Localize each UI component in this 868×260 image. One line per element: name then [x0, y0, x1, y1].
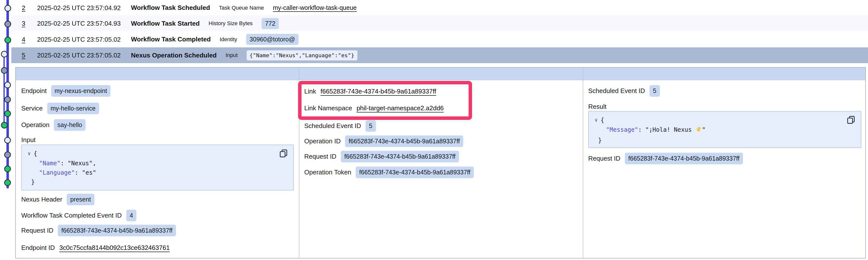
json-line: ∨{ — [595, 115, 861, 125]
event-name: Workflow Task Scheduled — [131, 4, 210, 11]
event-node-scheduled-icon — [1, 51, 8, 58]
event-node-scheduled-icon — [4, 82, 11, 88]
scheduled-event-id-badge: 5 — [366, 120, 376, 132]
event-detail-label: Input — [226, 52, 238, 59]
nexus-header-badge: present — [67, 194, 94, 205]
event-name: Workflow Task Completed — [131, 36, 211, 43]
event-id-link[interactable]: 2 — [22, 4, 25, 11]
workflow-event-history-screen: 2 2025-02-25 UTC 23:57:04.92 Workflow Ta… — [0, 0, 868, 260]
field-row-service: Service my-hello-service — [21, 102, 99, 114]
input-section-label: Input — [21, 134, 36, 146]
scheduled-event-id-badge: 5 — [650, 85, 660, 97]
event-detail-label: Task Queue Name — [219, 5, 264, 11]
field-label: Result — [588, 103, 607, 111]
field-row-scheduled-event-id: Scheduled Event ID 5 — [588, 85, 660, 97]
operation-id-badge: f665283f-743e-4374-b45b-9a61a89337ff — [345, 136, 463, 147]
request-id-badge: f665283f-743e-4374-b45b-9a61a89337ff — [341, 151, 459, 162]
field-row-nexus-header: Nexus Header present — [21, 193, 94, 205]
field-row-request-id: Request ID f665283f-743e-4374-b45b-9a61a… — [304, 150, 459, 162]
json-line: "Language": "es" — [28, 168, 293, 177]
input-json-viewer: ∨{ "Name": "Nexus", "Language": "es" } — [21, 145, 294, 190]
event-node-completed-icon — [4, 110, 11, 117]
field-label: Request ID — [21, 227, 53, 234]
endpoint-id-link[interactable]: 3c0c75ccfa8144b092c13ce632463761 — [59, 244, 170, 252]
field-label: Operation ID — [304, 138, 341, 145]
field-row-operation-token: Operation Token f665283f-743e-4374-b45b-… — [304, 166, 474, 178]
event-detail-panels: 5 Nexus Operation Scheduled 2025-02-25 U… — [15, 67, 866, 259]
workflow-link[interactable]: f665283f-743e-4374-b45b-9a61a89337ff — [320, 87, 436, 95]
field-label: Scheduled Event ID — [588, 87, 645, 95]
field-label: Link — [304, 87, 316, 95]
event-timestamp: 2025-02-25 UTC 23:57:05.02 — [37, 36, 121, 43]
copy-icon[interactable] — [846, 115, 856, 125]
event-node-started-icon — [1, 67, 8, 74]
field-row-wft-completed-event-id: Workflow Task Completed Event ID 4 — [21, 210, 136, 221]
history-row-event-3[interactable]: 3 2025-02-25 UTC 23:57:04.93 Workflow Ta… — [11, 15, 868, 31]
history-row-event-4[interactable]: 4 2025-02-25 UTC 23:57:05.02 Workflow Ta… — [11, 31, 868, 47]
event-node-started-icon — [4, 21, 11, 27]
json-line: "Name": "Nexus", — [28, 159, 293, 168]
field-row-operation-id: Operation ID f665283f-743e-4374-b45b-9a6… — [304, 135, 463, 147]
event-node-completed-icon — [4, 37, 11, 43]
event-id-link[interactable]: 5 — [22, 51, 25, 59]
event-timestamp: 2025-02-25 UTC 23:57:05.02 — [37, 51, 121, 59]
namespace-link[interactable]: phil-target-namespace2.a2dd6 — [356, 104, 444, 112]
event-node-scheduled-icon — [4, 5, 11, 11]
event-timestamp: 2025-02-25 UTC 23:57:04.93 — [37, 20, 121, 27]
waving-hand-icon — [695, 126, 702, 136]
service-badge: my-hello-service — [47, 103, 99, 114]
event-summary: Workflow Task Completed Identity 30960@t… — [131, 31, 299, 47]
event-id-link[interactable]: 4 — [22, 36, 25, 43]
field-label: Operation Token — [304, 169, 351, 176]
field-label: Request ID — [304, 153, 336, 160]
event-node-completed-icon — [4, 165, 11, 172]
field-row-request-id: Request ID f665283f-743e-4374-b45b-9a61a… — [588, 152, 743, 164]
collapse-chevron-icon[interactable]: ∨ — [28, 149, 31, 158]
field-row-operation: Operation say-hello — [21, 119, 86, 131]
field-label: Operation — [21, 121, 50, 129]
event-timestamp: 2025-02-25 UTC 23:57:04.92 — [37, 4, 121, 11]
field-label: Endpoint — [21, 87, 47, 95]
event-name: Workflow Task Started — [131, 20, 200, 27]
json-line: "Message": "¡Hola! Nexus " — [595, 125, 861, 136]
copy-icon[interactable] — [279, 149, 288, 158]
event-node-started-icon — [4, 96, 11, 103]
json-line: } — [595, 136, 861, 145]
event-summary: Workflow Task Scheduled Task Queue Name … — [131, 0, 356, 15]
request-id-badge: f665283f-743e-4374-b45b-9a61a89337ff — [625, 153, 743, 164]
field-label: Nexus Header — [21, 196, 62, 203]
event-node-completed-icon — [1, 122, 8, 128]
result-section-label: Result — [588, 101, 607, 112]
panels-header-band — [16, 68, 865, 80]
endpoint-badge: my-nexus-endpoint — [51, 85, 111, 97]
field-label: Link Namespace — [304, 104, 352, 112]
result-json-viewer: ∨{ "Message": "¡Hola! Nexus " } — [588, 111, 861, 148]
event-node-completed-icon — [4, 179, 11, 186]
json-line: } — [28, 177, 293, 187]
event-summary: Workflow Task Started History Size Bytes… — [131, 15, 279, 31]
field-row-endpoint-id: Endpoint ID 3c0c75ccfa8144b092c13ce63246… — [21, 242, 170, 254]
operation-badge: say-hello — [54, 119, 86, 131]
history-row-event-5-selected[interactable]: 5 2025-02-25 UTC 23:57:05.02 Nexus Opera… — [11, 47, 868, 63]
request-id-badge: f665283f-743e-4374-b45b-9a61a89337ff — [58, 225, 176, 236]
event-detail-label: Identity — [220, 36, 237, 43]
history-size-badge: 772 — [261, 18, 279, 29]
event-id-link[interactable]: 3 — [22, 20, 25, 27]
event-summary: Nexus Operation Scheduled Input {"Name":… — [131, 47, 358, 63]
json-line: ∨{ — [28, 149, 293, 159]
event-name: Nexus Operation Scheduled — [131, 51, 217, 59]
field-row-link: Link f665283f-743e-4374-b45b-9a61a89337f… — [304, 85, 436, 97]
panel-divider — [299, 68, 299, 258]
event-node-scheduled-icon — [4, 137, 11, 144]
field-row-scheduled-event-id: Scheduled Event ID 5 — [304, 120, 376, 132]
history-row-event-2[interactable]: 2 2025-02-25 UTC 23:57:04.92 Workflow Ta… — [11, 0, 868, 15]
timeline-main-line — [6, 0, 9, 188]
collapse-chevron-icon[interactable]: ∨ — [595, 115, 598, 124]
task-queue-link[interactable]: my-caller-workflow-task-queue — [273, 4, 356, 11]
field-row-request-id: Request ID f665283f-743e-4374-b45b-9a61a… — [21, 224, 176, 236]
field-label: Service — [21, 105, 43, 112]
panel-divider — [583, 68, 583, 258]
field-label: Workflow Task Completed Event ID — [21, 212, 122, 219]
event-node-started-icon — [4, 151, 11, 158]
field-label: Input — [21, 136, 36, 144]
